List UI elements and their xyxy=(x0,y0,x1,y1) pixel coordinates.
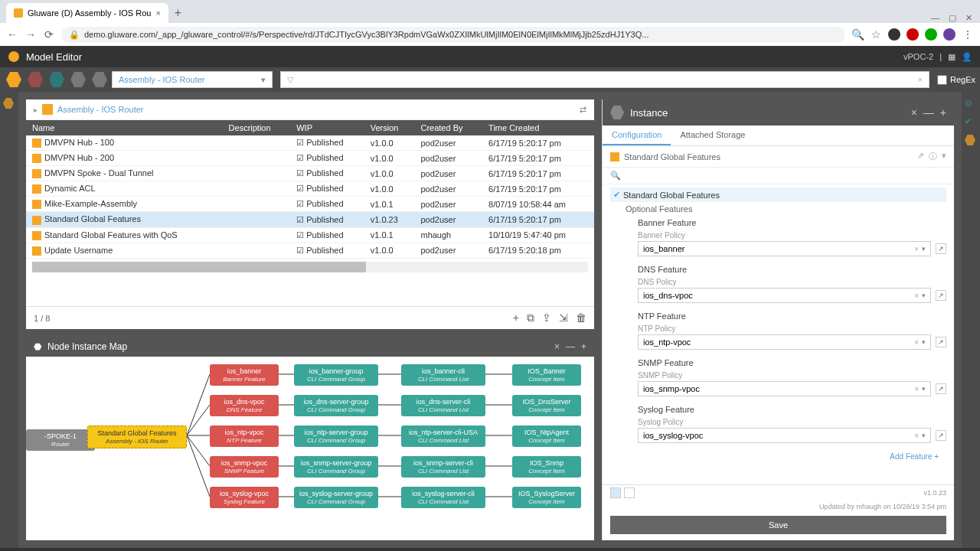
tab-close-icon[interactable]: × xyxy=(155,8,160,18)
tool-concept-icon[interactable] xyxy=(47,70,66,89)
map-node[interactable]: ios_dns-server-cliCLI Command List xyxy=(401,395,485,416)
map-node[interactable]: IOS_SyslogServerConcept Item xyxy=(512,487,581,508)
horizontal-scrollbar[interactable] xyxy=(32,262,588,272)
edit-policy-icon[interactable]: ↗ xyxy=(936,290,946,301)
table-row[interactable]: Mike-Example-Assembly ☑ Published v1.0.1… xyxy=(26,197,594,212)
table-row[interactable]: Standard Global Features with QoS ☑ Publ… xyxy=(26,227,594,243)
feature-item[interactable]: SNMP Feature xyxy=(610,356,946,370)
column-header[interactable]: Time Created xyxy=(482,120,594,135)
column-header[interactable]: Version xyxy=(364,120,415,135)
zoom-icon[interactable]: 🔍 xyxy=(851,28,864,41)
map-node[interactable]: IOS_BannerConcept Item xyxy=(512,364,581,386)
map-node[interactable]: ios_syslog-vpocSyslog Feature xyxy=(210,487,279,508)
add-feature-link[interactable]: Add Feature + xyxy=(610,449,946,464)
map-node[interactable]: ios_ntp-vpocNTP Feature xyxy=(210,425,279,447)
column-header[interactable]: Description xyxy=(223,120,291,135)
instance-close-icon[interactable]: × xyxy=(911,106,917,119)
crumb-link-icon[interactable]: ⇗ xyxy=(917,151,924,162)
policy-select[interactable]: ios_snmp-vpoc × ▾ xyxy=(638,381,931,396)
regex-checkbox[interactable] xyxy=(937,75,947,85)
clear-icon[interactable]: × xyxy=(914,432,919,440)
grid-icon[interactable]: ▦ xyxy=(948,52,956,62)
export-button[interactable]: ⇲ xyxy=(559,311,568,324)
add-button[interactable]: + xyxy=(513,311,519,324)
ext-icon-2[interactable] xyxy=(906,28,919,41)
regex-toggle[interactable]: RegEx xyxy=(937,75,975,85)
forward-icon[interactable]: → xyxy=(24,28,37,41)
policy-select[interactable]: ios_syslog-vpoc × ▾ xyxy=(638,428,931,443)
map-node[interactable]: ios_dns-server-groupCLI Command Group xyxy=(294,395,378,416)
feature-item[interactable]: NTP Feature xyxy=(610,309,946,323)
table-row[interactable]: DMVPN Spoke - Dual Tunnel ☑ Published v1… xyxy=(26,166,594,181)
feature-item[interactable]: Banner Feature xyxy=(610,216,946,230)
map-add-icon[interactable]: + xyxy=(581,341,586,352)
import-button[interactable]: ⇪ xyxy=(542,311,551,324)
instance-search-input[interactable] xyxy=(626,171,946,181)
rail-target-icon[interactable]: ◎ xyxy=(965,98,977,110)
rail-cube-icon[interactable] xyxy=(3,98,15,110)
view-toggle-icon[interactable]: ⇄ xyxy=(580,105,586,115)
map-node[interactable]: ios_syslog-server-cliCLI Command List xyxy=(401,487,485,508)
table-row[interactable]: DMVPN Hub - 100 ☑ Published v1.0.0 pod2u… xyxy=(26,135,594,151)
map-node[interactable]: ios_banner-cliCLI Command List xyxy=(401,364,485,386)
tool-assembly-icon[interactable] xyxy=(5,70,23,89)
policy-select[interactable]: ios_ntp-vpoc × ▾ xyxy=(638,334,931,350)
browser-tab[interactable]: Gluware (D) Assembly - IOS Rou × xyxy=(6,3,168,23)
profile-avatar[interactable] xyxy=(943,28,956,41)
map-node[interactable]: ios_dns-vpocDNS Feature xyxy=(210,395,279,416)
clear-icon[interactable]: × xyxy=(914,385,919,393)
user-icon[interactable]: 👤 xyxy=(962,52,972,62)
map-close-icon[interactable]: × xyxy=(554,341,560,352)
maximize-icon[interactable]: ▢ xyxy=(949,13,956,23)
clear-icon[interactable]: × xyxy=(914,245,919,253)
column-header[interactable]: WIP xyxy=(290,120,364,135)
map-node[interactable]: -SPOKE-1Router xyxy=(26,429,95,451)
rail-check-icon[interactable]: ✔ xyxy=(965,116,977,129)
map-node[interactable]: Standard Global FeaturesAssembly - IOS R… xyxy=(87,425,187,448)
star-icon[interactable]: ☆ xyxy=(870,28,882,41)
chevron-down-icon[interactable]: ▾ xyxy=(922,292,926,299)
table-row[interactable]: DMVPN Hub - 200 ☑ Published v1.0.0 pod2u… xyxy=(26,151,594,166)
chevron-down-icon[interactable]: ▾ xyxy=(922,432,926,439)
edit-policy-icon[interactable]: ↗ xyxy=(936,243,946,254)
copy-button[interactable]: ⧉ xyxy=(527,311,534,324)
url-input[interactable]: 🔒 demo.gluware.com/_app_/gluware_control… xyxy=(61,27,845,43)
scrollbar-thumb[interactable] xyxy=(32,262,366,272)
ext-icon-1[interactable] xyxy=(888,28,900,41)
column-header[interactable]: Name xyxy=(26,120,223,135)
tree-optional[interactable]: Optional Features xyxy=(610,202,946,216)
table-row[interactable]: Standard Global Features ☑ Published v1.… xyxy=(26,212,594,227)
map-node[interactable]: ios_bannerBanner Feature xyxy=(210,364,279,386)
column-header[interactable]: Created By xyxy=(414,120,482,135)
type-selector[interactable]: Assembly - IOS Router ▾ xyxy=(112,71,273,88)
map-node[interactable]: ios_banner-groupCLI Command Group xyxy=(294,364,378,386)
map-node[interactable]: IOS_SnmpConcept Item xyxy=(512,456,581,478)
edit-policy-icon[interactable]: ↗ xyxy=(936,430,946,441)
table-row[interactable]: Update Username ☑ Published v1.0.0 pod2u… xyxy=(26,243,594,258)
crumb-chevron-icon[interactable]: ▾ xyxy=(942,151,946,162)
map-node[interactable]: ios_syslog-server-groupCLI Command Group xyxy=(294,487,378,508)
map-node[interactable]: ios_ntp-server-cli-USACLI Command List xyxy=(401,425,485,447)
menu-icon[interactable]: ⋮ xyxy=(962,28,974,41)
reload-icon[interactable]: ⟳ xyxy=(43,28,55,41)
tab-configuration[interactable]: Configuration xyxy=(603,126,671,145)
close-window-icon[interactable]: ✕ xyxy=(965,13,972,23)
view-form-icon[interactable] xyxy=(624,487,635,498)
ext-icon-3[interactable] xyxy=(925,28,937,41)
new-tab-button[interactable]: + xyxy=(168,3,188,23)
map-node[interactable]: IOS_NtpAgentConcept Item xyxy=(512,425,581,447)
chevron-down-icon[interactable]: ▾ xyxy=(922,385,926,393)
policy-select[interactable]: ios_banner × ▾ xyxy=(638,241,931,256)
map-node[interactable]: ios_snmp-vpocSNMP Feature xyxy=(210,456,279,478)
breadcrumb-item[interactable]: Assembly - IOS Router xyxy=(57,105,143,114)
map-node[interactable]: ios_ntp-server-groupCLI Command Group xyxy=(294,425,378,447)
rail-cube-icon-right[interactable] xyxy=(965,135,977,147)
instance-minimize-icon[interactable]: — xyxy=(923,106,934,119)
minimize-icon[interactable]: — xyxy=(931,13,939,23)
map-node[interactable]: IOS_DnsServerConcept Item xyxy=(512,395,581,416)
tab-attached-storage[interactable]: Attached Storage xyxy=(671,126,754,145)
filter-input[interactable]: ▽ × xyxy=(280,71,929,88)
crumb-info-icon[interactable]: ⓘ xyxy=(929,151,937,162)
tool-node-icon[interactable] xyxy=(69,70,87,89)
clear-filter-icon[interactable]: × xyxy=(918,75,923,84)
